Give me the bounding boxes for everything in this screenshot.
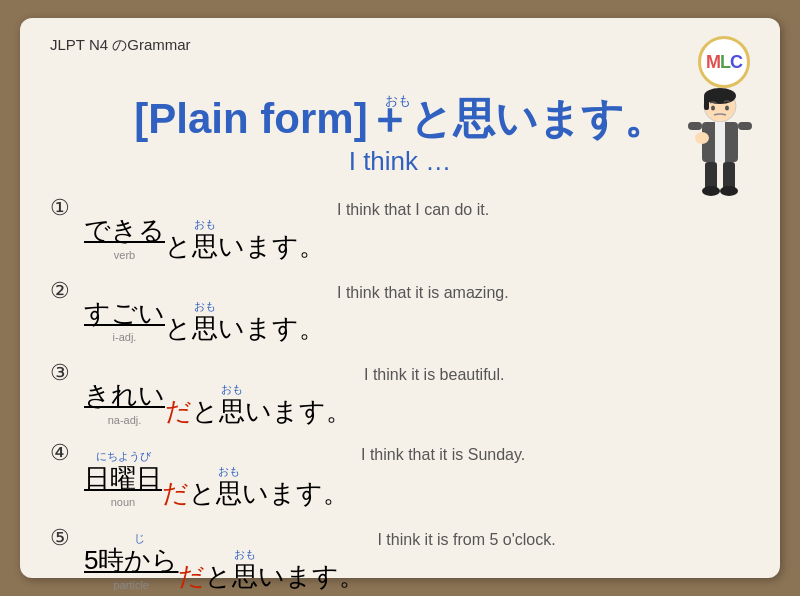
- jp-segment: います。: [218, 299, 325, 344]
- svg-rect-8: [705, 162, 717, 190]
- svg-point-7: [695, 132, 709, 144]
- jp-segment: すごい: [84, 284, 165, 329]
- subtitle: I think …: [50, 146, 750, 177]
- svg-point-11: [720, 186, 738, 196]
- japanese-text-4: にちようび日曜日nounだとおも思います。: [84, 449, 349, 509]
- jp-segment: と: [165, 299, 192, 344]
- svg-rect-6: [738, 122, 752, 130]
- japanese-text-5: じ5時からparticleだとおも思います。: [84, 531, 365, 591]
- mlc-c: C: [730, 52, 742, 73]
- jp-segment: おも思: [216, 464, 242, 509]
- example-row-5: ⑤じ5時からparticleだとおも思います。I think it is fro…: [50, 517, 750, 591]
- labeled-segment: できるverb: [84, 201, 165, 261]
- svg-point-10: [702, 186, 720, 196]
- japanese-text-1: できるverbとおも思います。: [84, 201, 325, 261]
- japanese-block-5: じ5時からparticleだとおも思います。: [84, 517, 365, 591]
- person-icon: [680, 88, 760, 198]
- japanese-block-4: にちようび日曜日nounだとおも思います。: [84, 435, 349, 509]
- japanese-block-3: きれいna-adj.だとおも思います。: [84, 352, 352, 426]
- jp-segment: と: [165, 217, 192, 262]
- english-translation-3: I think it is beautiful.: [364, 365, 505, 386]
- example-number-4: ④: [50, 439, 78, 468]
- english-translation-4: I think that it is Sunday.: [361, 445, 525, 466]
- jp-segment: います。: [242, 464, 349, 509]
- header-section: おも [Plain form]＋と思います。 I think …: [50, 94, 750, 177]
- jp-segment: きれい: [84, 366, 165, 411]
- jp-segment: います。: [258, 547, 365, 592]
- svg-point-13: [725, 106, 729, 111]
- word-label: verb: [114, 248, 135, 262]
- jp-segment: と: [205, 547, 232, 592]
- english-translation-1: I think that I can do it.: [337, 200, 489, 221]
- example-number-5: ⑤: [50, 524, 78, 553]
- word-label: noun: [111, 495, 135, 509]
- character-illustration: [680, 88, 760, 188]
- jp-segment: と: [189, 464, 216, 509]
- jp-segment: います。: [218, 217, 325, 262]
- jp-segment: できる: [84, 201, 165, 246]
- jp-segment: だ: [162, 464, 189, 509]
- main-title: [Plain form]＋と思います。: [134, 94, 665, 144]
- example-number-1: ①: [50, 194, 78, 223]
- example-row-3: ③きれいna-adj.だとおも思います。I think it is beauti…: [50, 352, 750, 426]
- mlc-l: L: [720, 52, 730, 73]
- svg-rect-2: [704, 96, 709, 110]
- svg-rect-4: [715, 122, 725, 162]
- mlc-badge: MLC: [698, 36, 750, 88]
- main-title-wrapper: おも [Plain form]＋と思います。: [134, 94, 665, 144]
- jp-segment: にちようび日曜日: [84, 449, 162, 494]
- jp-segment: おも思: [192, 217, 218, 262]
- example-row-2: ②すごいi-adj.とおも思います。I think that it is ama…: [50, 270, 750, 344]
- top-bar: JLPT N4 のGrammar MLC: [50, 36, 750, 88]
- jlpt-label: JLPT N4 のGrammar: [50, 36, 191, 55]
- jp-segment: おも思: [219, 382, 245, 427]
- labeled-segment: きれいna-adj.: [84, 366, 165, 426]
- mlc-m: M: [706, 52, 720, 73]
- japanese-text-2: すごいi-adj.とおも思います。: [84, 284, 325, 344]
- examples-list: ①できるverbとおも思います。I think that I can do it…: [50, 187, 750, 591]
- svg-rect-5: [688, 122, 702, 130]
- japanese-block-1: できるverbとおも思います。: [84, 187, 325, 261]
- english-translation-5: I think it is from 5 o'clock.: [377, 530, 555, 551]
- svg-point-12: [711, 106, 715, 111]
- labeled-segment: すごいi-adj.: [84, 284, 165, 344]
- jp-segment: だ: [178, 547, 205, 592]
- example-row-4: ④にちようび日曜日nounだとおも思います。I think that it is…: [50, 435, 750, 509]
- labeled-segment-furi: にちようび日曜日noun: [84, 449, 162, 509]
- word-label: i-adj.: [113, 330, 137, 344]
- example-number-2: ②: [50, 277, 78, 306]
- japanese-block-2: すごいi-adj.とおも思います。: [84, 270, 325, 344]
- svg-rect-9: [723, 162, 735, 190]
- word-label: na-adj.: [108, 413, 142, 427]
- jp-segment: と: [192, 382, 219, 427]
- jp-segment: います。: [245, 382, 352, 427]
- jp-segment: おも思: [232, 547, 258, 592]
- jp-segment: おも思: [192, 299, 218, 344]
- jp-segment: だ: [165, 382, 192, 427]
- main-card: JLPT N4 のGrammar MLC おも [Plain form]＋と思い…: [20, 18, 780, 578]
- example-number-3: ③: [50, 359, 78, 388]
- japanese-text-3: きれいna-adj.だとおも思います。: [84, 366, 352, 426]
- labeled-segment-furi2: じ5時からparticle: [84, 531, 178, 591]
- example-row-1: ①できるverbとおも思います。I think that I can do it…: [50, 187, 750, 261]
- word-label: particle: [114, 578, 149, 592]
- english-translation-2: I think that it is amazing.: [337, 283, 509, 304]
